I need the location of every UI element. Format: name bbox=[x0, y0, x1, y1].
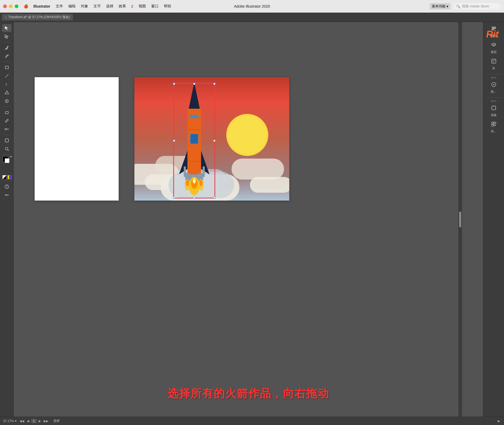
color-mode-buttons bbox=[2, 175, 11, 179]
artboard-icon bbox=[491, 105, 497, 112]
tool-separator-2 bbox=[3, 62, 11, 62]
menu-select[interactable]: 选择 bbox=[106, 4, 113, 9]
minimize-button[interactable] bbox=[9, 4, 13, 8]
document-tab[interactable]: × Transform.ai* @ 37.17% (CMYK/GPU 预览) bbox=[2, 14, 73, 20]
svg-point-9 bbox=[5, 128, 7, 130]
panel-artboard[interactable]: 画板 bbox=[485, 103, 503, 119]
gradient-btn[interactable] bbox=[7, 175, 11, 179]
page-box: 1 bbox=[31, 419, 37, 423]
svg-line-4 bbox=[5, 74, 8, 77]
tool-shaper[interactable] bbox=[2, 89, 12, 97]
tool-pencil[interactable] bbox=[2, 52, 12, 60]
stroke-swatch[interactable] bbox=[5, 158, 9, 163]
tool-artboard[interactable] bbox=[2, 137, 12, 144]
svg-rect-45 bbox=[492, 27, 496, 28]
tool-eyedropper[interactable] bbox=[2, 117, 12, 125]
tool-line[interactable] bbox=[2, 72, 12, 80]
nav-first-button[interactable]: ◀◀ bbox=[19, 419, 25, 423]
svg-rect-60 bbox=[494, 122, 496, 124]
assets-label: 资... bbox=[491, 129, 496, 133]
svg-rect-50 bbox=[494, 60, 495, 61]
maximize-button[interactable] bbox=[15, 4, 18, 8]
panel-image[interactable]: 图... bbox=[485, 80, 503, 95]
tab-title: Transform.ai* @ 37.17% (CMYK/GPU 预览) bbox=[8, 15, 70, 19]
tool-rectangle[interactable] bbox=[2, 64, 12, 71]
tool-selection[interactable] bbox=[2, 24, 12, 32]
workspace-label: 基本功能 bbox=[432, 4, 445, 9]
panel-library[interactable]: 库 bbox=[485, 57, 503, 72]
menu-view[interactable]: 视图 bbox=[139, 4, 146, 9]
menubar-right: 基本功能 ▾ 🔍 搜索 Adobe Stock bbox=[430, 3, 501, 9]
nav-next-button[interactable]: ▶ bbox=[38, 419, 42, 423]
tool-separator-3 bbox=[3, 107, 11, 107]
image-icon bbox=[491, 82, 497, 89]
menu-window[interactable]: 窗口 bbox=[151, 4, 159, 9]
apple-menu[interactable]: 🍎 bbox=[24, 4, 28, 8]
tool-extra[interactable]: ••• bbox=[2, 191, 12, 199]
tabbar: × Transform.ai* @ 37.17% (CMYK/GPU 预览) bbox=[0, 13, 504, 22]
tool-separator-5 bbox=[3, 154, 11, 155]
zoom-control[interactable]: 37.17% ▾ bbox=[3, 419, 17, 423]
tool-type[interactable]: T bbox=[2, 80, 12, 88]
menubar: 🍎 Illustrator 文件 编辑 对象 文字 选择 效果 Z 视图 窗口 … bbox=[0, 0, 504, 13]
nav-prev-button[interactable]: ◀ bbox=[26, 419, 30, 423]
right-panel: 属性 图层 库 illimit 图... bbox=[483, 22, 504, 417]
svg-rect-11 bbox=[5, 139, 8, 142]
artboard-bg bbox=[134, 77, 289, 201]
svg-rect-51 bbox=[492, 61, 494, 62]
panel-assets[interactable]: 资... bbox=[485, 120, 503, 135]
close-button[interactable] bbox=[3, 4, 7, 8]
swap-icon[interactable]: ⇄ bbox=[10, 155, 12, 158]
tool-separator-6 bbox=[3, 181, 11, 181]
menu-object[interactable]: 对象 bbox=[81, 4, 88, 9]
menu-effect-z: Z bbox=[131, 4, 134, 8]
tool-zoom[interactable] bbox=[2, 145, 12, 153]
panel-layers[interactable]: 图层 bbox=[485, 40, 503, 56]
scrollbar-thumb[interactable] bbox=[459, 212, 461, 227]
menu-illustrator[interactable]: Illustrator bbox=[33, 4, 50, 8]
panel-sublabel-2: illimit bbox=[485, 100, 503, 102]
corner-label: Rit bbox=[486, 29, 499, 40]
svg-marker-1 bbox=[5, 35, 8, 39]
vertical-scrollbar[interactable] bbox=[458, 22, 462, 417]
svg-text:T: T bbox=[5, 82, 7, 86]
tool-blob[interactable] bbox=[2, 97, 12, 105]
panel-separator-1 bbox=[486, 74, 502, 74]
layers-label: 图层 bbox=[491, 50, 497, 54]
menu-text[interactable]: 文字 bbox=[93, 4, 101, 9]
menu-effect[interactable]: 效果 bbox=[119, 4, 126, 9]
artboard-2 bbox=[134, 77, 289, 201]
svg-point-10 bbox=[7, 128, 9, 130]
svg-rect-3 bbox=[5, 66, 8, 69]
svg-point-53 bbox=[493, 84, 495, 85]
svg-rect-59 bbox=[492, 122, 494, 124]
nav-controls: ◀◀ ◀ 1 ▶ ▶▶ bbox=[19, 419, 49, 423]
none-color-btn[interactable] bbox=[2, 175, 7, 179]
canvas-area[interactable]: 选择所有的火箭作品，向右拖动 bbox=[14, 22, 483, 417]
color-swatch-container[interactable]: ⇄ bbox=[3, 156, 11, 165]
nav-last-button[interactable]: ▶▶ bbox=[43, 419, 49, 423]
status-right: ▶ bbox=[497, 419, 501, 423]
tool-eraser[interactable] bbox=[2, 108, 12, 116]
svg-point-2 bbox=[7, 46, 8, 47]
tool-blend[interactable] bbox=[2, 125, 12, 133]
search-icon: 🔍 bbox=[456, 4, 460, 8]
tool-help[interactable]: ? bbox=[2, 183, 12, 191]
subtitle-text: 选择所有的火箭作品，向右拖动 bbox=[167, 387, 329, 400]
image-label: 图... bbox=[491, 90, 496, 94]
menu-help[interactable]: 帮助 bbox=[164, 4, 171, 9]
menu-file[interactable]: 文件 bbox=[56, 4, 63, 9]
zoom-chevron: ▾ bbox=[15, 419, 17, 423]
menu-edit[interactable]: 编辑 bbox=[68, 4, 76, 9]
tab-close-button[interactable]: × bbox=[5, 16, 7, 19]
tool-pen[interactable] bbox=[2, 44, 12, 52]
corner-label-text: Rit bbox=[486, 29, 499, 40]
library-label: 库 bbox=[492, 66, 495, 70]
search-bar[interactable]: 🔍 搜索 Adobe Stock bbox=[454, 3, 501, 9]
status-right-arrow[interactable]: ▶ bbox=[497, 419, 501, 423]
tool-direct-selection[interactable] bbox=[2, 33, 12, 40]
tool-separator-1 bbox=[3, 42, 11, 42]
svg-rect-54 bbox=[492, 106, 496, 110]
app-title: Adobe Illustrator 2020 bbox=[234, 4, 270, 8]
workspace-selector[interactable]: 基本功能 ▾ bbox=[430, 3, 450, 9]
